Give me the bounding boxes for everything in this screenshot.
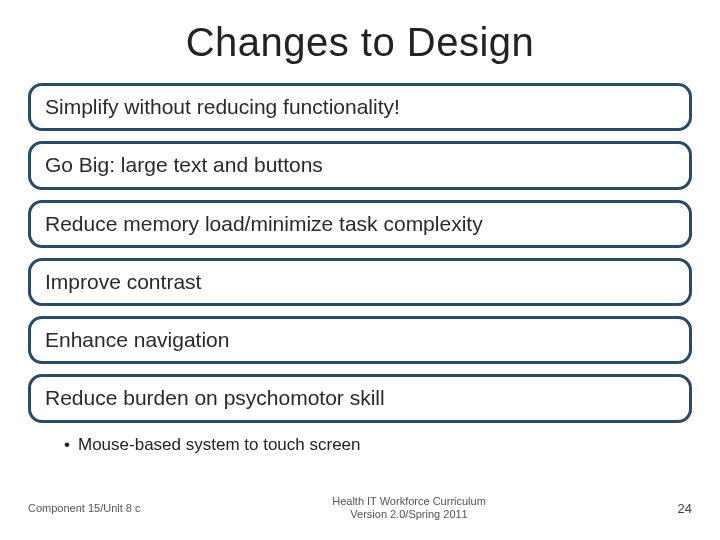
design-point-2: Go Big: large text and buttons [28, 141, 692, 189]
design-point-text: Enhance navigation [45, 327, 675, 353]
footer-left: Component 15/Unit 8 c [28, 502, 141, 514]
footer-center-line2: Version 2.0/Spring 2011 [332, 508, 486, 522]
page-number: 24 [678, 501, 692, 516]
design-point-text: Reduce memory load/minimize task complex… [45, 211, 675, 237]
footer-center: Health IT Workforce Curriculum Version 2… [332, 495, 486, 523]
design-point-text: Simplify without reducing functionality! [45, 94, 675, 120]
sub-bullets: Mouse-based system to touch screen [64, 433, 692, 457]
design-point-1: Simplify without reducing functionality! [28, 83, 692, 131]
design-point-5: Enhance navigation [28, 316, 692, 364]
page-title: Changes to Design [28, 20, 692, 65]
design-point-6: Reduce burden on psychomotor skill [28, 374, 692, 422]
footer-center-line1: Health IT Workforce Curriculum [332, 495, 486, 509]
design-point-text: Reduce burden on psychomotor skill [45, 385, 675, 411]
slide-footer: Component 15/Unit 8 c Health IT Workforc… [0, 495, 720, 523]
design-point-4: Improve contrast [28, 258, 692, 306]
design-point-text: Go Big: large text and buttons [45, 152, 675, 178]
slide: Changes to Design Simplify without reduc… [0, 0, 720, 540]
design-point-3: Reduce memory load/minimize task complex… [28, 200, 692, 248]
list-item: Mouse-based system to touch screen [64, 433, 692, 457]
design-point-text: Improve contrast [45, 269, 675, 295]
